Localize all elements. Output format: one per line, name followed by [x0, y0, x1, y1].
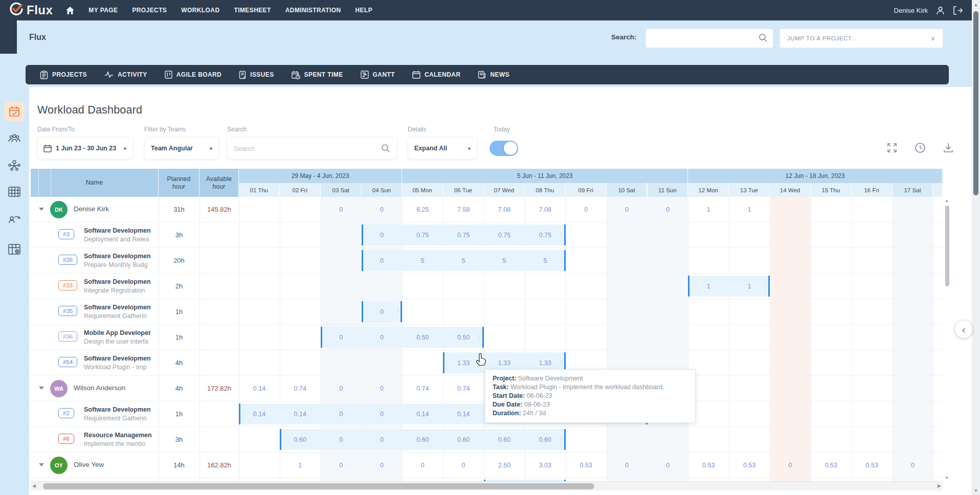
scroll-down-icon[interactable]: ▼	[945, 476, 949, 480]
tab-issues[interactable]: ISSUES	[239, 71, 274, 79]
download-icon[interactable]	[943, 142, 955, 154]
horizontal-scrollbar-thumb[interactable]	[43, 483, 594, 489]
logout-icon[interactable]	[953, 6, 963, 15]
nav-item-timesheet[interactable]: TIMESHEET	[234, 7, 271, 14]
flux-logo[interactable]: Flux	[9, 2, 53, 18]
table-search-input[interactable]	[234, 145, 381, 152]
row-collapse-chevron-icon[interactable]	[39, 208, 44, 211]
workload-cell-value: 7.08	[484, 197, 525, 222]
user-icon[interactable]	[936, 6, 945, 15]
task-name: Requirement Gatherin	[84, 312, 159, 320]
tab-calendar[interactable]: CALENDAR	[412, 71, 461, 79]
nav-item-my-page[interactable]: MY PAGE	[88, 7, 118, 14]
date-range-picker[interactable]: 1 Jun 23 - 30 Jun 23 ▾	[37, 137, 133, 160]
horizontal-scrollbar[interactable]: ◀ ▶	[31, 481, 943, 490]
tab-news[interactable]: NEWS	[478, 71, 509, 79]
sidebar-allocation-table-icon[interactable]	[4, 182, 25, 202]
band-drag-handle-icon[interactable]: ⋮	[477, 325, 482, 350]
sidebar-teams-icon[interactable]	[4, 128, 25, 148]
tab-spent-time[interactable]: SPENT TIME	[292, 71, 343, 79]
band-drag-handle-icon[interactable]: ⋮	[559, 248, 564, 273]
workload-cell-value: 0	[362, 376, 403, 401]
tab-label: SPENT TIME	[304, 71, 343, 78]
issue-badge[interactable]: #33	[58, 280, 77, 290]
sidebar-workload-dashboard-icon[interactable]	[4, 101, 25, 122]
task-name: Integrate Registration	[84, 286, 159, 295]
tab-gantt[interactable]: GANTT	[361, 71, 395, 79]
sidebar-organization-icon[interactable]	[4, 155, 25, 175]
table-search-box[interactable]	[227, 137, 397, 160]
issue-badge[interactable]: #3	[58, 229, 74, 239]
issue-badge[interactable]: #2	[58, 408, 74, 418]
page-scroll-down-icon[interactable]: ▼	[974, 488, 978, 493]
tab-projects[interactable]: PROJECTS	[40, 71, 87, 79]
table-vertical-scrollbar-thumb[interactable]	[945, 206, 949, 286]
planned-hours: 2h	[159, 274, 199, 299]
sidebar-capacity-icon[interactable]	[4, 208, 25, 229]
today-filter-label: Today	[494, 126, 510, 133]
issue-badge[interactable]: #6	[58, 434, 74, 444]
band-drag-handle-icon[interactable]: ⋮	[559, 427, 564, 452]
issue-badge[interactable]: #26	[58, 255, 77, 265]
news-icon	[478, 71, 486, 79]
calendar-icon	[412, 71, 420, 79]
nav-item-projects[interactable]: PROJECTS	[132, 7, 167, 14]
issue-badge[interactable]: #36	[58, 331, 77, 342]
workload-cell-value: 0	[607, 197, 648, 222]
scroll-up-icon[interactable]: ▲	[945, 198, 949, 203]
nav-item-help[interactable]: HELP	[355, 7, 372, 14]
teams-select[interactable]: Team Angular ▾	[144, 137, 219, 160]
issue-badge[interactable]: #35	[58, 306, 77, 316]
band-drag-handle-icon[interactable]: ⋮	[395, 299, 400, 324]
band-drag-handle-icon[interactable]: ⋮	[763, 274, 768, 299]
workload-cell-value: 0	[321, 427, 362, 452]
page-scroll-up-icon[interactable]: ▲	[974, 3, 978, 7]
band-drag-handle-icon[interactable]: ⋮	[559, 222, 564, 248]
document-icon	[239, 71, 246, 79]
workload-cell-value: 6.25	[402, 197, 443, 222]
tab-activity[interactable]: ACTIVITY	[104, 71, 147, 78]
workload-dashboard-app: Flux MY PAGEPROJECTSWORKLOADTIMESHEETADM…	[0, 0, 980, 495]
available-hours: 145.82h	[199, 197, 239, 222]
planned-hours: 4h	[159, 350, 199, 375]
user-name[interactable]: Denise Kirk	[894, 7, 928, 14]
person-row: OYOlive Yew14h162.82h100002.503.030.5300…	[31, 453, 943, 478]
sidebar-resource-settings-icon[interactable]	[4, 239, 25, 260]
details-select[interactable]: Expand All ▾	[408, 137, 477, 160]
workload-cell-value: 1.33	[443, 350, 484, 375]
tab-agile-board[interactable]: AGILE BOARD	[165, 71, 221, 79]
person-row: DKDenise Kirk31h145.82h006.257.587.087.0…	[31, 197, 943, 222]
table-vertical-scrollbar[interactable]: ▲ ▼	[944, 198, 950, 480]
row-collapse-chevron-icon[interactable]	[39, 463, 44, 466]
workload-cell-value: 0.14	[443, 401, 484, 426]
history-clock-icon[interactable]	[915, 142, 927, 154]
today-toggle[interactable]	[489, 141, 518, 156]
nav-item-workload[interactable]: WORKLOAD	[181, 7, 219, 14]
workload-cell-value: 0.74	[402, 376, 443, 401]
workload-cell-value: 0.53	[729, 453, 770, 478]
date-range-value: 1 Jun 23 - 30 Jun 23	[56, 145, 116, 152]
day-area: 11⋮	[239, 274, 943, 299]
task-project-name: Resource Managemen	[84, 431, 159, 440]
workload-cell-value: 2.50	[484, 453, 525, 478]
task-titles: Software DevelopmenDeployment and Relea	[84, 227, 159, 243]
issue-badge[interactable]: #54	[58, 357, 77, 367]
scroll-right-icon[interactable]: ▶	[938, 483, 941, 488]
task-row: #33Software DevelopmenIntegrate Registra…	[31, 274, 943, 299]
day-header: 15 Thu	[811, 183, 852, 197]
workload-cell-value: 0	[893, 453, 933, 478]
gantt-icon	[361, 71, 369, 79]
day-header: 11 Sun	[648, 183, 688, 197]
collapse-panel-button[interactable]: ‹	[955, 321, 972, 338]
page-scrollbar[interactable]: ▲ ▼	[972, 0, 980, 495]
home-icon[interactable]	[66, 7, 74, 14]
jump-to-project-select[interactable]: JUMP TO A PROJECT... ∨	[779, 29, 943, 48]
scroll-left-icon[interactable]: ◀	[32, 483, 36, 488]
row-collapse-chevron-icon[interactable]	[39, 387, 44, 390]
day-header: 08 Thu	[525, 183, 566, 197]
workload-cell-value: 5	[484, 248, 525, 273]
page-scrollbar-thumb[interactable]	[973, 11, 978, 195]
fullscreen-icon[interactable]	[886, 142, 899, 154]
nav-item-administration[interactable]: ADMINISTRATION	[285, 7, 341, 14]
global-search-input[interactable]	[645, 29, 773, 48]
